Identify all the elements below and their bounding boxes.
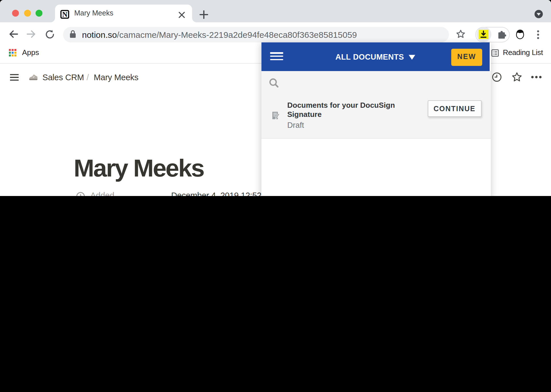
svg-text:N: N [62, 10, 67, 18]
